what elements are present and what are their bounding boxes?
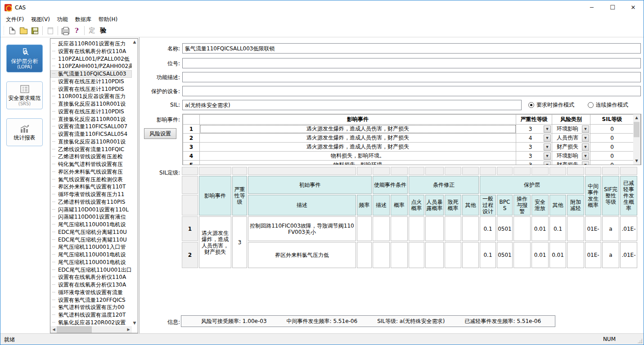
tree-item[interactable]: 钝化氮气进料管线设置有压 [50,161,132,168]
sidebar-item-srs[interactable]: 安全要求规范 (SRS) [6,81,43,109]
tag-input[interactable] [182,58,641,68]
tree-item[interactable]: 闪蒸罐110D001设置有液位 [50,213,132,221]
bpcs-cell[interactable]: 0501 [497,216,513,241]
tree-item-selected[interactable]: 氯气流量110FQICSALL003 [50,70,132,78]
protected-equipment-input[interactable] [182,86,641,96]
other-cell[interactable]: 0.01 [549,242,566,268]
enable-description-cell[interactable] [373,216,390,241]
dropdown-arrow-icon[interactable]: ▼ [582,134,589,142]
open-button[interactable] [18,25,29,36]
event-cell[interactable]: 遇火源发生爆炸，造成人员伤害，财产损失 [200,134,516,143]
dropdown-arrow-icon[interactable]: ▼ [544,143,551,151]
menu-file[interactable]: 文件(F) [2,15,27,24]
dropdown-arrow-icon[interactable]: ▼ [544,134,551,142]
ignition-cell[interactable] [409,242,424,268]
report-button[interactable] [45,25,56,36]
tree-item[interactable]: 尾气压缩机110U001电机设 [50,221,132,229]
risk-settings-button[interactable]: 风险设置 [144,128,176,139]
other-cell[interactable] [462,242,479,268]
tree-item[interactable]: 循环液母液管线设置有流量 [50,289,132,296]
sil-level-cell[interactable]: 0 [590,125,634,134]
menu-function[interactable]: 功能 [54,15,72,24]
scroll-up-icon[interactable]: ▲ [132,39,137,45]
severity-cell[interactable]: 3▼ [516,161,552,166]
tree-item[interactable]: 尾气压缩机110U001电机设 [50,259,132,266]
tree-item[interactable]: EDC尾气压缩机110U001出口 [50,266,132,274]
tree-item[interactable]: 直接氯化反应器110R001设 [50,116,132,123]
enable-description-cell[interactable] [373,242,390,268]
general-design-cell[interactable]: 0.1 [480,242,496,268]
exposure-cell[interactable] [425,242,444,268]
tree-item[interactable]: 界区外来料氯气设置有110T [50,183,132,191]
intermediate-freq-cell[interactable]: 01E- [585,216,601,241]
dropdown-arrow-icon[interactable]: ▼ [582,161,589,166]
severity-cell[interactable]: 3 [232,216,247,268]
event-cell[interactable]: 遇火源发生爆炸，造成人员伤害，财产损失 [200,125,516,134]
general-design-cell[interactable]: 0.1 [480,216,496,241]
tree-item[interactable]: 闪蒸罐110D001设置有110L [50,206,132,214]
tree-item[interactable]: 氢气进料管线设置有压力00 [50,304,132,311]
ignition-cell[interactable] [409,216,424,241]
scroll-down-icon[interactable]: ▼ [633,157,640,165]
save-button[interactable] [29,25,41,36]
enable-probability-cell[interactable] [391,216,408,241]
init-description-cell[interactable]: 界区外来料氯气压力低 [248,242,356,268]
bpcs-cell[interactable]: 0501 [497,242,513,268]
fatality-cell[interactable] [445,216,461,241]
dropdown-arrow-icon[interactable]: ▼ [544,125,551,133]
sil-level-cell[interactable]: 0 [590,143,634,152]
menu-view[interactable]: 视图(V) [27,15,54,24]
sil-level-cell[interactable]: 0 [590,152,634,161]
intermediate-freq-cell[interactable]: 01E- [585,242,601,268]
exposure-cell[interactable] [425,216,444,241]
maximize-button[interactable]: ☐ [602,0,623,14]
severity-cell[interactable]: 3▼ [516,143,552,152]
scroll-left-icon[interactable]: ◀ [50,326,57,333]
tree-item[interactable]: 乙烯线设置有流量110FQIC [50,146,132,153]
relief-cell[interactable]: 0.01 [531,216,549,241]
verify-button[interactable]: 验 [98,25,109,36]
other-cell[interactable]: 0.1 [549,216,566,241]
demand-mode-radio[interactable]: 要求时操作模式 [528,101,574,109]
scroll-up-icon[interactable]: ▲ [633,114,640,121]
menu-database[interactable]: 数据库 [72,15,95,24]
risk-type-cell[interactable]: 人员伤害▼ [552,134,590,143]
enable-probability-cell[interactable] [391,242,408,268]
scrollbar-thumb[interactable] [634,122,639,137]
tree-item[interactable]: 设置有在线压差计110PDIS [50,85,132,93]
event-cell[interactable]: 物料损失，影响环境。 [200,152,516,161]
tree-item[interactable]: 反应器110R001设置有压力 [50,40,132,48]
resize-grip-icon[interactable] [637,338,643,344]
risk-type-cell[interactable]: 环境影响▼ [552,152,590,161]
scroll-down-icon[interactable]: ▼ [132,320,137,326]
mitigated-freq-cell[interactable]: .01E- [620,216,637,241]
toolbar-grip[interactable] [3,26,5,35]
sil-input[interactable]: a(无特殊安全需求) [182,100,522,110]
frequency-cell[interactable] [357,242,372,268]
tree-item[interactable]: 循环母液管线设置有压力11 [50,191,132,198]
tree-item[interactable]: 氮气线设置有压差检测仪表 [50,176,132,184]
tree-item[interactable]: 乙烯进料管线设置有110PIS [50,198,132,206]
tree-item[interactable]: 设置有在线氧表分析仪110A [50,273,132,281]
scroll-right-icon[interactable]: ▶ [125,326,132,333]
tree-item[interactable]: 尾气压缩机110U001电机设 [50,251,132,259]
close-button[interactable]: ✕ [623,0,644,14]
other-cell[interactable] [462,216,479,241]
risk-type-cell[interactable]: 财产损失▼ [552,143,590,152]
continuous-mode-radio[interactable]: 连续操作模式 [588,101,628,109]
scrollbar-thumb[interactable] [57,326,92,333]
tree-item[interactable]: 设置有流量110FICSALL054 [50,130,132,138]
help-button[interactable]: ? [71,25,82,36]
sil-level-cell[interactable]: 0 [590,161,634,166]
tree-item[interactable]: 110PZAHH001/PZAHH002高 [50,63,132,70]
relief-cell[interactable]: 0.01 [531,242,549,268]
alarm-cell[interactable] [513,242,531,268]
menu-help[interactable]: 帮助(H) [95,15,121,24]
severity-cell[interactable]: 4▼ [516,134,552,143]
tree-horizontal-scrollbar[interactable]: ◀ ▶ [50,326,132,333]
dropdown-arrow-icon[interactable]: ▼ [544,152,551,160]
new-button[interactable] [7,25,18,36]
frequency-cell[interactable] [357,216,372,241]
tree-item[interactable]: 氧氯化反应器120R002设置 [50,319,132,326]
minimize-button[interactable]: ─ [581,0,602,14]
